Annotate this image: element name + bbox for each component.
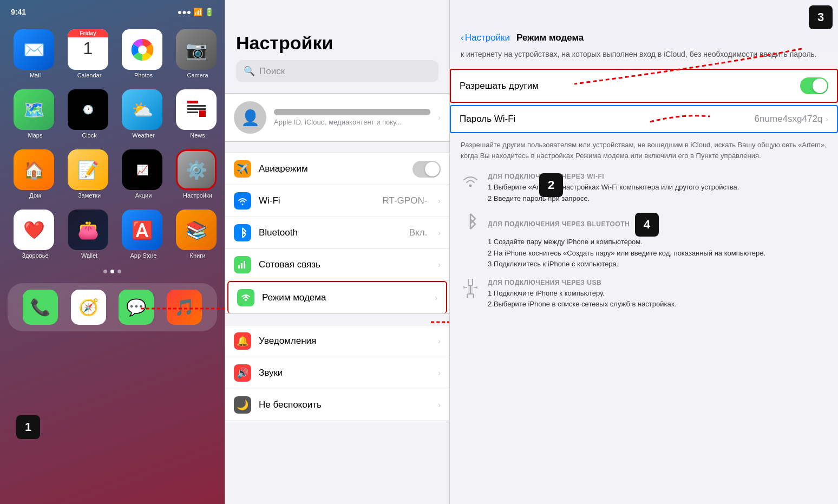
- conn-bluetooth: ДЛЯ ПОДКЛЮЧЕНИЯ ЧЕРЕЗ BLUETOOTH 4 1 Созд…: [461, 213, 827, 270]
- app-label-wallet: Wallet: [68, 252, 111, 259]
- bluetooth-value: Вкл.: [409, 227, 428, 238]
- app-icon-photos[interactable]: Photos: [122, 29, 165, 78]
- app-icon-appstore[interactable]: 🅰️ App Store: [122, 210, 165, 259]
- cellular-label: Сотовая связь: [259, 259, 430, 270]
- app-icon-health[interactable]: ❤️ Здоровье: [14, 210, 57, 259]
- wifi-label: Wi-Fi: [259, 195, 375, 206]
- nav-back-button[interactable]: ‹ Настройки: [461, 32, 510, 43]
- settings-section-1: ✈️ Авиарежим Wi-Fi RT-GPON- ›: [225, 153, 449, 314]
- bluetooth-conn-icon: [461, 213, 480, 270]
- app-icon-wallet[interactable]: 👛 Wallet: [68, 210, 111, 259]
- step-badge-2: 2: [539, 173, 563, 197]
- wifi-pass-row[interactable]: Пароль Wi-Fi 6nume4sxg472q ›: [451, 106, 837, 132]
- status-icons: ●●● 📶 🔋: [178, 8, 214, 16]
- hotspot-panel: ‹ Настройки Режим модема 3 к интернету н…: [449, 0, 838, 504]
- svg-rect-4: [238, 265, 240, 269]
- allow-row: Разрешать другим: [451, 70, 837, 102]
- sounds-label: Звуки: [259, 368, 430, 378]
- app-label-settings: Настройки: [176, 192, 219, 199]
- settings-row-bluetooth[interactable]: Bluetooth Вкл. ›: [225, 217, 449, 249]
- wifi-conn-icon: [461, 173, 480, 204]
- svg-rect-10: [468, 279, 473, 285]
- dock-phone[interactable]: 📞: [23, 290, 58, 325]
- settings-row-cellular[interactable]: Сотовая связь ›: [225, 249, 449, 281]
- allow-others-section: Разрешать другим: [450, 69, 838, 103]
- sounds-icon: 🔊: [234, 364, 251, 382]
- app-icon-news[interactable]: News: [176, 89, 219, 139]
- wifi-pass-label: Пароль Wi-Fi: [460, 114, 755, 125]
- nav-back-label: Настройки: [465, 32, 510, 43]
- calendar-weekday: Friday: [68, 29, 108, 37]
- calendar-day: 1: [83, 38, 93, 58]
- app-icon-notes[interactable]: 📝 Заметки: [68, 149, 111, 199]
- app-label-weather: Weather: [122, 132, 165, 139]
- account-name-blurred: [274, 109, 430, 115]
- dnd-label: Не беспокоить: [259, 400, 430, 410]
- conn-usb-title: ДЛЯ ПОДКЛЮЧЕНИЯ ЧЕРЕЗ USB: [488, 279, 827, 286]
- cellular-icon: [234, 256, 251, 273]
- wifi-icon: [234, 192, 251, 210]
- app-icon-home[interactable]: 🏠 Дом: [14, 149, 57, 199]
- conn-bt-step1: 1 Создайте пару между iPhone и компьютер…: [488, 237, 827, 247]
- search-icon: 🔍: [244, 66, 255, 77]
- dock-safari[interactable]: 🧭: [71, 290, 106, 325]
- app-label-calendar: Calendar: [68, 72, 111, 78]
- app-icon-camera[interactable]: 📷 Camera: [176, 29, 219, 78]
- app-label-mail: Mail: [14, 72, 57, 78]
- wifi-pass-chevron: ›: [826, 115, 828, 123]
- dock: 📞 🧭 💬 🎵: [8, 283, 217, 331]
- connection-instructions: ДЛЯ ПОДКЛЮЧЕНИЯ ЧЕРЕЗ WI-FI 1 Выберите «…: [450, 167, 838, 324]
- app-icon-clock[interactable]: 🕐 Clock: [68, 89, 111, 139]
- bluetooth-label: Bluetooth: [259, 227, 402, 238]
- account-chevron: ›: [438, 113, 441, 122]
- account-row[interactable]: 👤 Apple ID, iCloud, медиаконтент и поку.…: [225, 93, 449, 142]
- page-dots: [0, 270, 225, 273]
- app-label-appstore: App Store: [122, 252, 165, 259]
- app-icon-stocks[interactable]: 📈 Акции: [122, 149, 165, 199]
- app-label-health: Здоровье: [14, 252, 57, 259]
- svg-point-7: [245, 299, 247, 301]
- settings-row-dnd[interactable]: 🌙 Не беспокоить ›: [225, 389, 449, 421]
- conn-bt-text: ДЛЯ ПОДКЛЮЧЕНИЯ ЧЕРЕЗ BLUETOOTH 4 1 Созд…: [488, 213, 827, 270]
- time-display: 9:41: [11, 8, 26, 16]
- svg-rect-13: [467, 294, 474, 298]
- hotspot-icon: [237, 289, 254, 306]
- settings-row-sounds[interactable]: 🔊 Звуки ›: [225, 357, 449, 389]
- step-badge-4: 4: [635, 213, 659, 237]
- app-icon-settings[interactable]: ⚙️ Настройки: [176, 149, 219, 199]
- airplane-toggle[interactable]: [413, 161, 441, 178]
- account-subtitle: Apple ID, iCloud, медиаконтент и поку...: [274, 118, 430, 126]
- svg-point-0: [138, 45, 147, 54]
- svg-rect-6: [244, 261, 245, 269]
- app-label-camera: Camera: [176, 72, 219, 78]
- step-badge-1: 1: [16, 415, 40, 439]
- conn-usb: ДЛЯ ПОДКЛЮЧЕНИЯ ЧЕРЕЗ USB 1 Подключите i…: [461, 279, 827, 310]
- status-bar: 9:41 ●●● 📶 🔋: [0, 0, 225, 24]
- conn-bt-title: ДЛЯ ПОДКЛЮЧЕНИЯ ЧЕРЕЗ BLUETOOTH: [488, 220, 630, 228]
- settings-row-notifications[interactable]: 🔔 Уведомления ›: [225, 325, 449, 357]
- hotspot-intro: к интернету на устройствах, на которых в…: [450, 49, 838, 67]
- dock-messages[interactable]: 💬: [119, 290, 154, 325]
- search-placeholder: Поиск: [259, 66, 285, 77]
- conn-bt-step3: 3 Подключитесь к iPhone с компьютера.: [488, 259, 827, 270]
- app-icon-calendar[interactable]: Friday 1 Calendar: [68, 29, 111, 78]
- conn-usb-step2: 2 Выберите iPhone в списке сетевых служб…: [488, 299, 827, 310]
- dock-music[interactable]: 🎵: [167, 290, 202, 325]
- notifications-icon: 🔔: [234, 332, 251, 350]
- app-icon-maps[interactable]: 🗺️ Maps: [14, 89, 57, 139]
- settings-row-hotspot[interactable]: Режим модема ›: [227, 281, 447, 313]
- wifi-password-section: Пароль Wi-Fi 6nume4sxg472q ›: [450, 105, 838, 133]
- app-icon-weather[interactable]: ⛅ Weather: [122, 89, 165, 139]
- app-icon-books[interactable]: 📚 Книги: [176, 210, 219, 259]
- hotspot-nav: ‹ Настройки Режим модема: [450, 0, 838, 49]
- settings-search-bar[interactable]: 🔍 Поиск: [236, 60, 438, 82]
- wifi-pass-value: 6nume4sxg472q: [755, 114, 823, 125]
- cellular-chevron: ›: [438, 260, 441, 269]
- settings-row-wifi[interactable]: Wi-Fi RT-GPON- ›: [225, 185, 449, 217]
- settings-section-2: 🔔 Уведомления › 🔊 Звуки › 🌙 Не беспокоит…: [225, 325, 449, 421]
- settings-row-airplane[interactable]: ✈️ Авиарежим: [225, 153, 449, 185]
- app-icon-mail[interactable]: ✉️ Mail: [14, 29, 57, 78]
- conn-wifi-step2: 2 Введите пароль при запросе.: [488, 193, 827, 204]
- app-label-books: Книги: [176, 252, 219, 259]
- allow-toggle[interactable]: [800, 77, 828, 94]
